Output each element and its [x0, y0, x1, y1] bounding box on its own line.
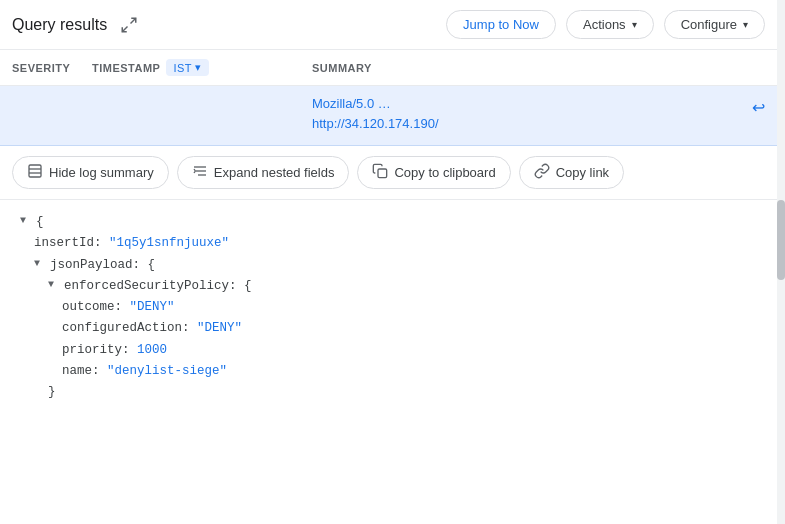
- json-line-name: name: "denylist-siege": [20, 361, 757, 382]
- col-timestamp-header: TIMESTAMP IST ▾: [92, 59, 312, 76]
- configure-button[interactable]: Configure ▾: [664, 10, 765, 39]
- enforcedSecurityPolicy-key: enforcedSecurityPolicy:: [64, 276, 237, 297]
- copy-link-button[interactable]: Copy link: [519, 156, 624, 189]
- timezone-chevron-icon: ▾: [195, 61, 202, 74]
- outcome-value: "DENY": [130, 297, 175, 318]
- name-key: name:: [62, 361, 100, 382]
- insertId-value: "1q5y1snfnjuuxe": [109, 233, 229, 254]
- hide-log-summary-button[interactable]: Hide log summary: [12, 156, 169, 189]
- json-content-area: ▼ { insertId: "1q5y1snfnjuuxe" ▼ jsonPay…: [0, 200, 777, 522]
- json-line-insertId: insertId: "1q5y1snfnjuuxe": [20, 233, 757, 254]
- title-area: Query results: [12, 11, 143, 39]
- configure-label: Configure: [681, 17, 737, 32]
- copy-icon: [372, 163, 388, 182]
- json-line-jsonPayload: ▼ jsonPayload: {: [20, 255, 757, 276]
- page-title: Query results: [12, 16, 107, 34]
- selected-table-row[interactable]: Mozilla/5.0 … http://34.120.174.190/ ↩: [0, 86, 777, 146]
- jump-to-now-button[interactable]: Jump to Now: [446, 10, 556, 39]
- json-line-outcome: outcome: "DENY": [20, 297, 757, 318]
- table-header: SEVERITY TIMESTAMP IST ▾ SUMMARY: [0, 50, 777, 86]
- priority-value: 1000: [137, 340, 167, 361]
- name-value: "denylist-siege": [107, 361, 227, 382]
- hide-log-label: Hide log summary: [49, 165, 154, 180]
- hide-log-icon: [27, 163, 43, 182]
- expand-nested-fields-button[interactable]: Expand nested fields: [177, 156, 350, 189]
- actions-chevron-icon: ▾: [632, 19, 637, 30]
- svg-line-1: [122, 26, 127, 31]
- svg-rect-8: [378, 169, 387, 178]
- col-summary-header: SUMMARY: [312, 62, 372, 74]
- jump-to-now-label: Jump to Now: [463, 17, 539, 32]
- json-line-root-open: ▼ {: [20, 212, 757, 233]
- col-severity-header: SEVERITY: [12, 62, 92, 74]
- expand-nested-label: Expand nested fields: [214, 165, 335, 180]
- scrollbar-track[interactable]: [777, 0, 785, 524]
- configuredAction-value: "DENY": [197, 318, 242, 339]
- toggle-root-icon[interactable]: ▼: [20, 212, 34, 229]
- action-buttons-row: Hide log summary Expand nested fields: [0, 146, 777, 200]
- main-content: Query results Jump to Now Actions ▾: [0, 0, 777, 522]
- svg-line-0: [131, 18, 136, 23]
- json-line-priority: priority: 1000: [20, 340, 757, 361]
- header-bar: Query results Jump to Now Actions ▾: [0, 0, 777, 50]
- fullscreen-button[interactable]: [115, 11, 143, 39]
- toggle-enforcedSecurityPolicy-icon[interactable]: ▼: [48, 276, 62, 293]
- copy-link-label: Copy link: [556, 165, 609, 180]
- scrollbar-thumb[interactable]: [777, 200, 785, 280]
- actions-button[interactable]: Actions ▾: [566, 10, 654, 39]
- summary-link-2[interactable]: http://34.120.174.190/: [312, 114, 765, 134]
- priority-key: priority:: [62, 340, 130, 361]
- configuredAction-key: configuredAction:: [62, 318, 190, 339]
- svg-rect-2: [29, 165, 41, 177]
- configure-chevron-icon: ▾: [743, 19, 748, 30]
- timezone-badge[interactable]: IST ▾: [166, 59, 208, 76]
- jsonPayload-key: jsonPayload:: [50, 255, 140, 276]
- json-line-configuredAction: configuredAction: "DENY": [20, 318, 757, 339]
- actions-label: Actions: [583, 17, 626, 32]
- json-line-close-policy: }: [20, 382, 757, 403]
- copy-clipboard-label: Copy to clipboard: [394, 165, 495, 180]
- row-expand-arrow-icon[interactable]: ↩: [752, 98, 765, 117]
- json-line-enforcedSecurityPolicy: ▼ enforcedSecurityPolicy: {: [20, 276, 757, 297]
- summary-link-1[interactable]: Mozilla/5.0 …: [312, 94, 765, 114]
- app-container: Query results Jump to Now Actions ▾: [0, 0, 785, 524]
- link-icon: [534, 163, 550, 182]
- insertId-key: insertId:: [34, 233, 102, 254]
- toggle-jsonPayload-icon[interactable]: ▼: [34, 255, 48, 272]
- outcome-key: outcome:: [62, 297, 122, 318]
- row-summary-cell: Mozilla/5.0 … http://34.120.174.190/: [312, 94, 765, 133]
- expand-nested-icon: [192, 163, 208, 182]
- copy-to-clipboard-button[interactable]: Copy to clipboard: [357, 156, 510, 189]
